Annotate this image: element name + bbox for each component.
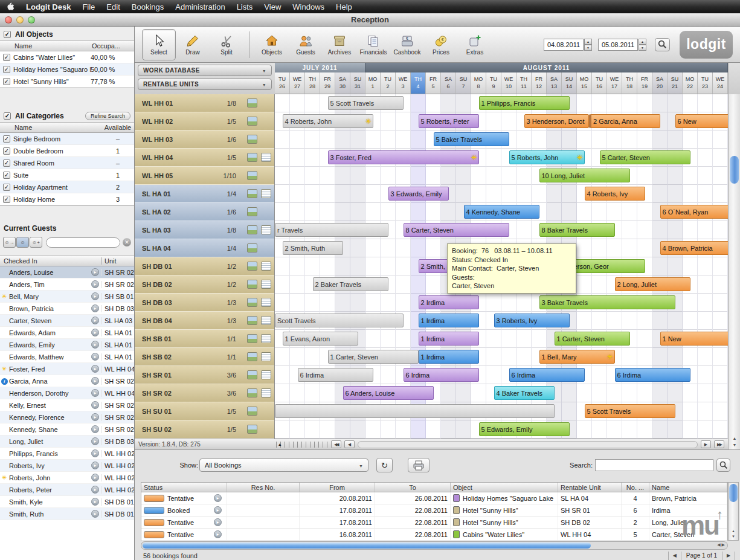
unit-photo-icon[interactable] [247,388,257,397]
checked-in-col-name[interactable]: Checked In [0,257,101,265]
unit-photo-icon[interactable] [247,298,257,307]
goto-booking-icon[interactable] [91,329,99,336]
scroll-far-left-button[interactable] [331,440,341,448]
scrollbar-arrows[interactable]: ◀ ▶ [717,542,725,547]
unit-document-icon[interactable] [261,388,271,397]
column-header-rentable-unit[interactable]: Rentable Unit [558,483,622,492]
unit-photo-icon[interactable] [247,117,257,126]
booking-bar[interactable]: 6 Irdima [298,368,373,382]
booking-bar[interactable]: 3 Baker Travels [539,295,675,309]
booking-bar[interactable]: 2 Garcia, Anna [589,114,660,128]
unit-row-SH-DB-01[interactable]: SH DB 011/2 [135,257,274,275]
column-header-res-no-[interactable]: Res No. [227,483,300,492]
booking-bar[interactable]: 5 Baker Travels [434,132,509,146]
category-checkbox[interactable] [3,184,10,191]
guest-row[interactable]: Roberts, PeterWL HH 02 [0,484,134,496]
unit-row-SL-HA-04[interactable]: SL HA 041/4 [135,239,274,257]
goto-booking-icon[interactable] [91,389,99,397]
day-header-TH-18[interactable]: TH18 [622,72,637,94]
column-header-from[interactable]: From [300,483,375,492]
print-button[interactable] [408,458,430,472]
object-row[interactable]: Cabins "Water Lilies"40,00 % [0,51,134,63]
booking-bar[interactable]: 1 Evans, Aaron [283,332,358,346]
goto-booking-icon[interactable] [214,518,222,526]
date-to-stepper[interactable] [639,39,646,51]
column-header-to[interactable]: To [375,483,451,492]
unit-photo-icon[interactable] [247,243,257,253]
unit-photo-icon[interactable] [247,262,257,271]
booking-list-row[interactable]: Tentative17.08.201122.08.2011Hotel "Sunn… [141,517,727,529]
booking-bar[interactable]: 1 Irdima [419,350,479,364]
booking-bar[interactable]: 6 Irdima [509,368,585,382]
unit-photo-icon[interactable] [247,189,257,198]
booking-bar[interactable]: 2 Smith, Ruth [283,241,343,255]
day-header-SU-14[interactable]: SU14 [562,72,577,94]
unit-document-icon[interactable] [261,316,271,325]
guest-row[interactable]: Kelly, ErnestSH SR 02 [0,399,134,411]
goto-booking-icon[interactable] [91,353,99,361]
guest-row[interactable]: Bell, MarySH SB 01 [0,291,134,303]
goto-booking-icon[interactable] [91,401,99,409]
day-header-TU-23[interactable]: TU23 [698,72,713,94]
date-search-button[interactable] [655,38,670,51]
booking-bar[interactable]: 3 Henderson, Dorot [524,114,590,128]
day-header-MO-8[interactable]: MO8 [471,72,486,94]
day-header-TU-2[interactable]: TU2 [381,72,396,94]
booking-bar[interactable]: 5 Scott Travels [328,96,404,110]
booking-bar[interactable]: 5 Roberts, Peter [419,114,479,128]
day-header-TU-26[interactable]: TU26 [275,72,290,94]
day-header-TU-16[interactable]: TU16 [592,72,607,94]
unit-row-WL-HH-04[interactable]: WL HH 041/5 [135,149,274,167]
unit-photo-icon[interactable] [247,98,257,108]
window-title-bar[interactable]: Reception [0,13,740,27]
category-checkbox[interactable] [3,135,10,143]
all-objects-checkbox[interactable] [4,31,11,38]
object-checkbox[interactable] [3,78,10,85]
toolbar-draw-button[interactable]: Draw [176,29,210,60]
booking-bar[interactable]: 2 Irdima [419,295,479,309]
goto-booking-icon[interactable] [214,506,222,514]
toolbar-guests-button[interactable]: Guests [289,29,323,60]
day-header-WE-17[interactable]: WE17 [607,72,622,94]
category-checkbox[interactable] [3,172,10,179]
booking-bar[interactable]: 6 Irdima [615,368,690,382]
goto-booking-icon[interactable] [214,530,222,538]
objects-col-name[interactable]: Name [13,42,91,50]
unit-document-icon[interactable] [261,334,271,343]
guest-row[interactable]: Foster, FredWL HH 04 [0,363,134,375]
scroll-right-button[interactable] [701,440,711,448]
booking-bar[interactable]: 6 O`Neal, Ryan [660,205,729,219]
day-header-SA-6[interactable]: SA6 [441,72,456,94]
unit-row-SL-HA-01[interactable]: SL HA 011/4 [135,185,274,203]
guest-checkin-filter-button[interactable] [3,237,16,248]
bookings-search-button[interactable] [716,459,730,472]
goto-booking-icon[interactable] [91,437,99,445]
goto-booking-icon[interactable] [91,377,99,385]
goto-booking-icon[interactable] [91,486,99,494]
toolbar-prices-button[interactable]: €Prices [424,29,458,60]
unit-row-SL-HA-02[interactable]: SL HA 021/6 [135,203,274,221]
unit-photo-icon[interactable] [247,334,257,343]
booking-bar[interactable]: 2 Smith, [419,259,451,273]
categories-col-available[interactable]: Available [101,124,134,131]
goto-booking-icon[interactable] [91,292,99,300]
clear-search-icon[interactable] [123,238,131,246]
toolbar-objects-button[interactable]: Objects [255,29,289,60]
work-database-dropdown[interactable]: WORK DATABASE [138,65,272,76]
menu-item-view[interactable]: View [264,2,281,11]
toolbar-split-button[interactable]: Split [210,29,243,60]
unit-document-icon[interactable] [261,153,271,162]
day-header-TU-9[interactable]: TU9 [486,72,501,94]
booking-bar[interactable]: 6 Anders, Louise [343,386,434,400]
booking-bar[interactable]: 5 Scott Travels [585,404,675,418]
unit-row-SH-SR-02[interactable]: SH SR 023/6 [135,384,274,402]
date-from-stepper[interactable] [584,39,592,51]
unit-document-icon[interactable] [261,370,271,379]
day-header-WE-27[interactable]: WE27 [290,72,305,94]
day-header-SU-31[interactable]: SU31 [350,72,365,94]
unit-document-icon[interactable] [261,262,271,271]
unit-photo-icon[interactable] [247,316,257,325]
category-checkbox[interactable] [3,159,10,167]
objects-col-occupancy[interactable]: Occupa... [91,42,134,50]
unit-photo-icon[interactable] [247,425,257,434]
